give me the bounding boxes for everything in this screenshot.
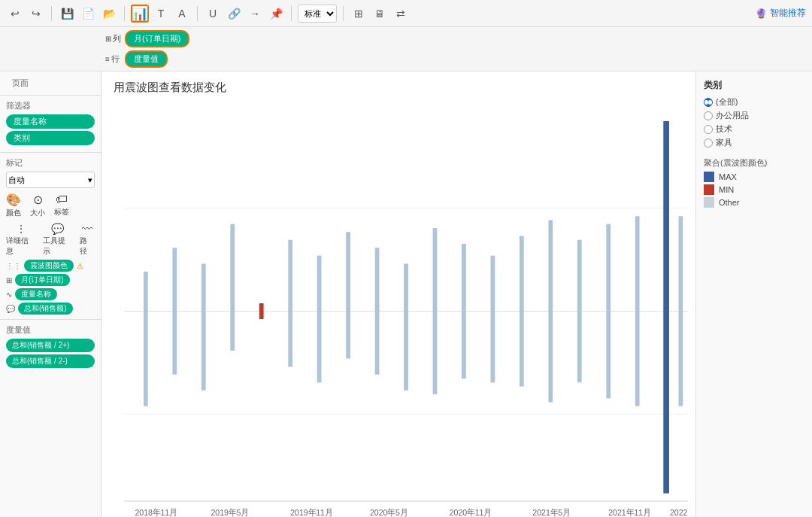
legend-swatch-max <box>704 172 714 182</box>
undo-icon[interactable]: ↩ <box>6 5 24 23</box>
path-btn[interactable]: 〰 路径 <box>80 223 95 257</box>
category-option-3[interactable]: 家具 <box>704 137 804 148</box>
arrow-icon[interactable]: → <box>246 5 264 23</box>
svg-text:2018年11月: 2018年11月 <box>135 507 177 517</box>
columns-shelf: ⊞ 列 月(订单日期) <box>105 29 806 49</box>
radio-circle-1 <box>704 111 713 120</box>
svg-text:2019年11月: 2019年11月 <box>290 507 332 517</box>
legend-swatch-other <box>704 197 714 208</box>
chart-svg: 2018年11月 2019年5月 2019年11月 2020年5月 2020年1… <box>124 105 688 517</box>
path-label: 路径 <box>80 236 95 257</box>
svg-text:2019年5月: 2019年5月 <box>211 507 248 517</box>
svg-text:2022: 2022 <box>670 507 688 517</box>
measure-pill-1[interactable]: 总和(销售额 / 2-) <box>6 354 95 368</box>
marks-pill-2: ∿ 度量名称 <box>6 288 95 300</box>
color-icon: 🎨 <box>6 193 21 207</box>
save-icon[interactable]: 💾 <box>58 5 76 23</box>
detail-btn[interactable]: ⋮ 详细信息 <box>6 223 35 257</box>
rows-shelf: ≡ 行 度量值 <box>105 49 806 69</box>
pill-warn-0: ⚠ <box>77 262 83 270</box>
divider-4 <box>291 6 292 21</box>
recommend-icon: 🔮 <box>756 8 767 19</box>
divider-1 <box>51 6 52 21</box>
marks-type-label: 自动 <box>8 175 25 186</box>
pill-tag-2[interactable]: 度量名称 <box>15 288 57 300</box>
underline-icon[interactable]: U <box>204 5 222 23</box>
label-label: 标签 <box>54 207 69 217</box>
marks-color-btn[interactable]: 🎨 颜色 <box>6 193 21 218</box>
color-label: 颜色 <box>6 208 21 218</box>
category-option-1[interactable]: 办公用品 <box>704 110 804 121</box>
filter-measure-name[interactable]: 度量名称 <box>6 114 95 129</box>
new-icon[interactable]: 📄 <box>79 5 97 23</box>
redo-icon[interactable]: ↪ <box>27 5 45 23</box>
pill-tag-3[interactable]: 总和(销售额) <box>18 303 73 315</box>
label-icon: 🏷 <box>56 193 68 206</box>
center-area: 用震波图查看数据变化 <box>102 71 695 517</box>
pin-icon[interactable]: 📌 <box>267 5 285 23</box>
pill-icon-0: ⋮⋮ <box>6 262 21 270</box>
svg-text:2021年5月: 2021年5月 <box>532 507 570 517</box>
toolbar-right: 🔮 智能推荐 <box>756 7 806 20</box>
filter-section: 筛选器 度量名称 类别 <box>0 96 101 153</box>
divider-5 <box>343 6 344 21</box>
svg-text:2020年11月: 2020年11月 <box>450 507 492 517</box>
marks-icons-row: 🎨 颜色 ⊙ 大小 🏷 标签 <box>6 193 95 218</box>
marks-type-chevron: ▾ <box>88 175 92 185</box>
divider-3 <box>197 6 198 21</box>
tooltip-icon: 💬 <box>51 223 64 235</box>
measure-section: 度量值 总和(销售额 / 2+) 总和(销售额 / 2-) <box>0 320 101 375</box>
pill-icon-3: 💬 <box>6 305 15 313</box>
marks-pill-1: ⊞ 月(订单日期) <box>6 274 95 286</box>
filter-title: 筛选器 <box>6 100 95 111</box>
detail-icon: ⋮ <box>16 223 26 235</box>
share-icon[interactable]: ⇄ <box>392 5 410 23</box>
measure-title: 度量值 <box>6 324 95 336</box>
tooltip-btn[interactable]: 💬 工具提示 <box>43 223 72 257</box>
marks-pill-0: ⋮⋮ 震波图颜色 ⚠ <box>6 260 95 272</box>
marks-type-select[interactable]: 自动 ▾ <box>6 172 95 188</box>
monitor-icon[interactable]: 🖥 <box>371 5 389 23</box>
radio-circle-2 <box>704 125 713 134</box>
pill-tag-0[interactable]: 震波图颜色 <box>24 260 74 272</box>
chart-title: 用震波图查看数据变化 <box>102 71 695 98</box>
category-option-2[interactable]: 技术 <box>704 123 804 135</box>
marks-pills: ⋮⋮ 震波图颜色 ⚠ ⊞ 月(订单日期) ∿ 度量名称 💬 总和(销售额) <box>6 260 95 315</box>
category-label-3: 家具 <box>716 137 732 148</box>
category-section-title: 类别 <box>704 79 804 92</box>
rows-icon: ≡ 行 <box>105 53 120 65</box>
text-icon[interactable]: T <box>152 5 170 23</box>
marks-pill-3: 💬 总和(销售额) <box>6 303 95 315</box>
rows-label: 行 <box>111 53 120 65</box>
rows-pill[interactable]: 度量值 <box>125 50 168 68</box>
columns-label: 列 <box>113 33 121 44</box>
legend-section: 聚合(震波图颜色) MAX MIN Other <box>704 157 804 208</box>
category-options: (全部) 办公用品 技术 家具 <box>704 96 804 148</box>
legend-item-2: Other <box>704 197 804 208</box>
detail-label: 详细信息 <box>6 236 35 257</box>
pill-tag-1[interactable]: 月(订单日期) <box>15 274 70 286</box>
open-icon[interactable]: 📂 <box>100 5 118 23</box>
format-icon[interactable]: A <box>173 5 191 23</box>
marks-label-btn[interactable]: 🏷 标签 <box>54 193 69 218</box>
shelf-area: ⊞ 列 月(订单日期) ≡ 行 度量值 <box>0 27 812 71</box>
marks-size-btn[interactable]: ⊙ 大小 <box>30 193 45 218</box>
category-label-1: 办公用品 <box>716 110 749 121</box>
legend-label-other: Other <box>719 198 740 207</box>
category-option-0[interactable]: (全部) <box>704 96 804 108</box>
standard-select[interactable]: 标准 <box>298 5 337 23</box>
smart-recommend[interactable]: 🔮 智能推荐 <box>756 7 806 20</box>
toolbar: ↩ ↪ 💾 📄 📂 📊 T A U 🔗 → 📌 标准 ⊞ 🖥 ⇄ 🔮 智能推荐 <box>0 0 812 27</box>
link-icon[interactable]: 🔗 <box>225 5 243 23</box>
svg-text:2021年11月: 2021年11月 <box>608 507 650 517</box>
recommend-label: 智能推荐 <box>770 7 806 20</box>
grid-icon[interactable]: ⊞ <box>350 5 368 23</box>
chart-icon[interactable]: 📊 <box>131 5 149 23</box>
legend-label-min: MIN <box>719 185 734 194</box>
legend-item-0: MAX <box>704 172 804 182</box>
legend-label-max: MAX <box>719 172 737 181</box>
filter-category[interactable]: 类别 <box>6 131 95 145</box>
divider-2 <box>124 6 125 21</box>
columns-pill[interactable]: 月(订单日期) <box>125 30 189 47</box>
measure-pill-0[interactable]: 总和(销售额 / 2+) <box>6 339 95 352</box>
